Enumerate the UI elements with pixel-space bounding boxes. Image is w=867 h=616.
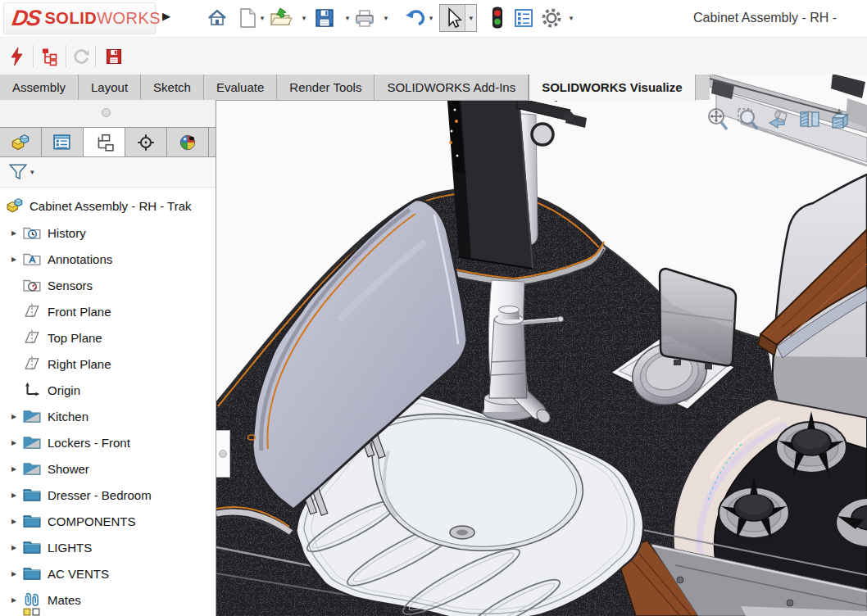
home-button[interactable] — [205, 6, 229, 30]
plane-icon — [23, 303, 41, 319]
expand-arrow[interactable]: ▸ — [11, 463, 23, 474]
undo-icon — [404, 7, 427, 29]
plane-icon — [23, 356, 41, 372]
render-bolt-icon — [8, 47, 26, 66]
folder-blue-icon — [23, 487, 41, 503]
tab-layout[interactable]: Layout — [79, 75, 141, 101]
expand-arrow[interactable]: ▸ — [11, 253, 23, 265]
undo-button[interactable] — [403, 6, 428, 30]
interference-light-button[interactable] — [485, 6, 510, 30]
filter-funnel-icon[interactable] — [8, 163, 28, 181]
tree-item-components[interactable]: ▸ COMPONENTS — [0, 508, 216, 534]
panel-grip[interactable] — [0, 100, 216, 127]
history-folder-icon — [23, 224, 41, 241]
tab-dimxpertmanager[interactable] — [125, 128, 167, 156]
tree-item-origin[interactable]: Origin — [0, 377, 216, 403]
annotations-folder-icon — [23, 251, 41, 267]
save-button[interactable] — [312, 6, 337, 30]
solidworks-logo: DS SOLIDWORKS — [3, 2, 156, 34]
print-caret[interactable]: ▾ — [382, 14, 390, 22]
save-render-button[interactable] — [103, 46, 125, 67]
filter-caret[interactable]: ▾ — [30, 168, 34, 176]
tree-item-sensors[interactable]: Sensors — [0, 272, 216, 298]
tab-featuremanager[interactable] — [0, 128, 42, 156]
expand-arrow[interactable]: ▸ — [11, 541, 23, 553]
tree-item-lights[interactable]: ▸ LIGHTS — [0, 534, 216, 560]
tree-item-ac-vents[interactable]: ▸ AC VENTS — [0, 560, 216, 587]
toolbar-flyout-arrow[interactable]: ▶ — [162, 10, 170, 22]
tree-item-dresser-bedroom[interactable]: ▸ Dresser - Bedroom — [0, 482, 216, 508]
featuremanager-icon — [10, 133, 31, 152]
plane-icon — [23, 329, 41, 346]
tab-displaymanager[interactable] — [167, 128, 209, 156]
3d-scene[interactable] — [216, 74, 867, 616]
graphics-viewport[interactable] — [216, 74, 867, 616]
tab-sketch[interactable]: Sketch — [141, 75, 204, 101]
options-caret[interactable]: ▾ — [567, 14, 575, 22]
tree-item-lockers-front[interactable]: ▸ Lockers - Front — [0, 429, 216, 455]
zoom-to-area-icon[interactable] — [737, 107, 761, 132]
view-orientation-icon[interactable] — [828, 107, 852, 132]
section-view-icon[interactable] — [797, 107, 822, 132]
expand-arrow[interactable]: ▸ — [11, 568, 23, 579]
tree-item-front-plane[interactable]: Front Plane — [0, 298, 216, 324]
undo-caret[interactable]: ▾ — [427, 14, 435, 22]
tree-item-annotations[interactable]: ▸ Annotations — [0, 246, 216, 272]
tree-item-right-plane[interactable]: Right Plane — [0, 351, 216, 377]
feature-tree-red-icon — [40, 47, 60, 66]
panel-splitter-handle[interactable] — [216, 430, 230, 478]
feature-tree: Cabinet Assembly - RH - Trak ▸ History ▸… — [0, 187, 216, 616]
zoom-to-fit-icon[interactable] — [706, 107, 731, 132]
ribbon-tab-bar: Assembly Layout Sketch Evaluate Render T… — [0, 74, 710, 100]
mount-knob — [532, 124, 553, 145]
save-caret[interactable]: ▾ — [343, 14, 352, 22]
tree-item-history[interactable]: ▸ History — [0, 220, 216, 246]
new-document-icon — [238, 7, 257, 29]
expand-arrow[interactable]: ▸ — [11, 227, 23, 238]
options-button[interactable] — [539, 6, 564, 30]
print-icon — [354, 7, 375, 29]
expand-arrow[interactable]: ▸ — [11, 410, 23, 422]
feature-tree-export-button[interactable] — [39, 46, 61, 67]
folder-blue-icon — [23, 565, 41, 582]
refresh-button-disabled[interactable] — [70, 46, 92, 67]
tab-assembly[interactable]: Assembly — [0, 75, 79, 101]
previous-view-icon[interactable] — [767, 107, 792, 132]
tree-item-top-plane[interactable]: Top Plane — [0, 324, 216, 351]
select-cursor-icon — [441, 6, 465, 30]
monitor[interactable] — [447, 82, 533, 269]
dimxpert-target-icon — [136, 134, 156, 152]
configurationmanager-icon — [94, 134, 114, 152]
render-button[interactable] — [7, 46, 28, 67]
print-button[interactable] — [352, 6, 377, 30]
tab-solidworks-add-ins[interactable]: SOLIDWORKS Add-Ins — [374, 75, 529, 101]
window-title: Cabinet Assembly - RH - — [693, 11, 867, 29]
new-document-button[interactable] — [235, 6, 260, 30]
tree-root-item[interactable]: Cabinet Assembly - RH - Trak — [0, 193, 216, 218]
tree-item-shower[interactable]: ▸ Shower — [0, 455, 216, 482]
open-caret[interactable]: ▾ — [300, 14, 308, 22]
save-red-icon — [105, 48, 123, 66]
new-document-caret[interactable]: ▾ — [258, 14, 266, 22]
expand-arrow[interactable]: ▸ — [11, 489, 23, 500]
tab-solidworks-visualize[interactable]: SOLIDWORKS Visualize — [529, 75, 695, 101]
select-tool-caret[interactable]: ▾ — [465, 5, 476, 31]
feature-manager-panel: ▾ Cabinet Assembly - RH - Trak ▸ History… — [0, 100, 216, 616]
home-icon — [207, 7, 228, 29]
quickbar-separator — [66, 45, 66, 67]
expand-arrow[interactable]: ▸ — [11, 437, 23, 448]
sensors-folder-icon — [23, 277, 41, 293]
expand-arrow[interactable]: ▸ — [11, 515, 23, 527]
tab-evaluate[interactable]: Evaluate — [204, 75, 277, 101]
tab-configurationmanager[interactable] — [84, 128, 125, 156]
folder-blue-icon — [23, 513, 41, 529]
tab-propertymanager[interactable] — [42, 128, 84, 156]
task-list-button[interactable] — [511, 6, 536, 30]
quickbar-separator — [95, 45, 96, 67]
visualize-quick-toolbar — [0, 37, 867, 75]
select-tool-button[interactable]: ▾ — [439, 4, 477, 32]
open-button[interactable] — [269, 6, 293, 30]
tab-render-tools[interactable]: Render Tools — [277, 75, 374, 101]
tree-item-kitchen[interactable]: ▸ Kitchen — [0, 403, 216, 429]
expand-arrow[interactable]: ▸ — [11, 594, 23, 605]
